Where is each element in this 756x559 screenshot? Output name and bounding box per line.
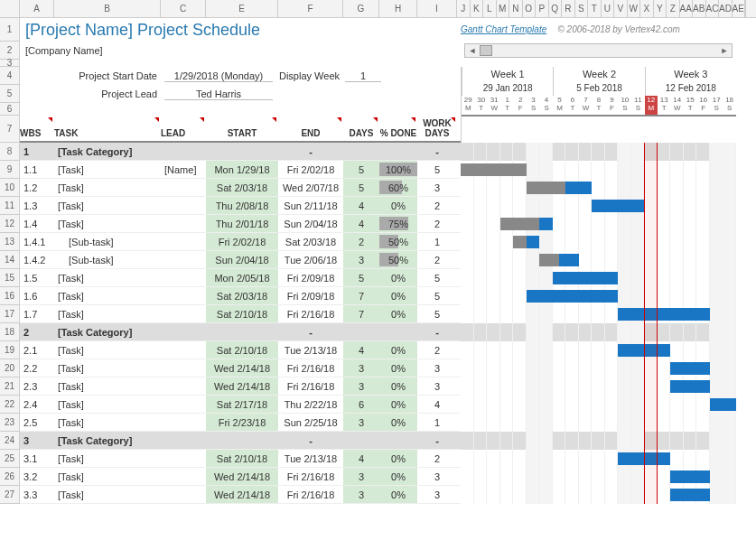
gantt-bar[interactable]	[527, 290, 619, 303]
cell-work-days[interactable]: 5	[417, 161, 457, 178]
cell-lead[interactable]	[161, 197, 206, 214]
cell-work-days[interactable]: 2	[417, 197, 457, 214]
cell-pct-done[interactable]: 0%	[379, 377, 417, 395]
cell-task[interactable]: [Task]	[54, 161, 161, 178]
cell-end[interactable]: Sun 2/04/18	[278, 215, 343, 232]
gantt-bar[interactable]	[553, 272, 619, 284]
cell-start[interactable]: Wed 2/14/18	[206, 359, 278, 377]
cell-wbs[interactable]: 1.3	[20, 197, 54, 214]
cell-task[interactable]: [Task Category]	[54, 432, 161, 449]
cell-start[interactable]: Mon 2/05/18	[206, 269, 278, 286]
cell-task[interactable]: [Task]	[54, 486, 161, 503]
cell-days[interactable]: 2	[343, 233, 379, 250]
template-link[interactable]: Gantt Chart Template	[461, 24, 546, 34]
cell-wbs[interactable]: 2.2	[20, 359, 54, 377]
cell-pct-done[interactable]: 0%	[379, 269, 417, 286]
row-header[interactable]: 9	[0, 161, 20, 179]
cell-wbs[interactable]: 3.2	[20, 468, 54, 485]
cell-days[interactable]: 3	[343, 414, 379, 431]
cell-work-days[interactable]: 3	[417, 179, 457, 196]
cell-days[interactable]: 6	[343, 396, 379, 413]
cell-days[interactable]: 7	[343, 287, 379, 304]
cell-wbs[interactable]: 1.7	[20, 305, 54, 322]
cell-lead[interactable]	[161, 450, 206, 467]
row-header[interactable]: 17	[0, 305, 20, 323]
cell-end[interactable]: Thu 2/22/18	[278, 396, 343, 413]
cell-lead[interactable]	[161, 287, 206, 304]
cell-wbs[interactable]: 1.6	[20, 287, 54, 304]
cell-work-days[interactable]: -	[417, 143, 457, 160]
cell-work-days[interactable]: 2	[417, 251, 457, 268]
cell-wbs[interactable]: 1.4.2	[20, 251, 54, 268]
cell-pct-done[interactable]	[379, 323, 417, 340]
cell-end[interactable]: Fri 2/09/18	[278, 269, 343, 286]
cell-end[interactable]: -	[278, 323, 343, 340]
cell-lead[interactable]	[161, 215, 206, 232]
col-start[interactable]: START	[206, 116, 278, 141]
cell-start[interactable]	[206, 323, 278, 340]
cell-days[interactable]: 3	[343, 251, 379, 268]
row-header[interactable]: 18	[0, 323, 20, 341]
cell-work-days[interactable]: 3	[417, 468, 457, 485]
cell-start[interactable]: Fri 2/02/18	[206, 233, 278, 250]
cell-wbs[interactable]: 1.5	[20, 269, 54, 286]
cell-work-days[interactable]: 1	[417, 414, 457, 431]
cell-wbs[interactable]: 2	[20, 323, 54, 340]
gantt-bar[interactable]	[670, 380, 710, 393]
cell-start[interactable]: Mon 1/29/18	[206, 161, 278, 178]
cell-start[interactable]: Sun 2/04/18	[206, 251, 278, 268]
cell-work-days[interactable]: 3	[417, 359, 457, 377]
row-header[interactable]: 4	[0, 67, 20, 85]
cell-days[interactable]: 3	[343, 377, 379, 395]
cell-lead[interactable]	[161, 432, 206, 449]
row-header[interactable]: 25	[0, 450, 20, 468]
cell-end[interactable]: Fri 2/16/18	[278, 486, 343, 503]
row-header[interactable]: 27	[0, 486, 20, 504]
cell-lead[interactable]	[161, 143, 206, 160]
cell-lead[interactable]: [Name]	[161, 161, 206, 178]
row-header[interactable]: 10	[0, 179, 20, 197]
cell-wbs[interactable]: 1	[20, 143, 54, 160]
cell-wbs[interactable]: 3.3	[20, 486, 54, 503]
row-header[interactable]: 23	[0, 414, 20, 432]
row-header[interactable]: 24	[0, 432, 20, 450]
cell-end[interactable]: Tue 2/13/18	[278, 450, 343, 467]
cell-lead[interactable]	[161, 468, 206, 485]
cell-days[interactable]: 3	[343, 486, 379, 503]
row-header[interactable]: 16	[0, 287, 20, 305]
cell-task[interactable]: [Task]	[54, 359, 161, 377]
cell-work-days[interactable]: 5	[417, 287, 457, 304]
cell-end[interactable]: Fri 2/16/18	[278, 359, 343, 377]
cell-pct-done[interactable]: 50%	[379, 251, 417, 268]
cell-start[interactable]: Wed 2/14/18	[206, 486, 278, 503]
cell-lead[interactable]	[161, 414, 206, 431]
cell-lead[interactable]	[161, 233, 206, 250]
row-header[interactable]: 1	[0, 18, 20, 42]
cell-end[interactable]: Sun 2/11/18	[278, 197, 343, 214]
cell-end[interactable]: Fri 2/16/18	[278, 305, 343, 322]
cell-wbs[interactable]: 1.2	[20, 179, 54, 196]
cell-days[interactable]: 7	[343, 305, 379, 322]
cell-task[interactable]: [Task]	[54, 377, 161, 395]
cell-start[interactable]: Sat 2/17/18	[206, 396, 278, 413]
cell-lead[interactable]	[161, 341, 206, 359]
cell-end[interactable]: Fri 2/16/18	[278, 377, 343, 395]
row-header[interactable]: 22	[0, 396, 20, 414]
cell-days[interactable]: 3	[343, 359, 379, 377]
row-header[interactable]: 21	[0, 377, 20, 396]
cell-task[interactable]: [Task]	[54, 287, 161, 304]
cell-lead[interactable]	[161, 305, 206, 322]
col-lead[interactable]: LEAD	[161, 116, 206, 141]
gantt-bar[interactable]	[710, 398, 736, 411]
cell-pct-done[interactable]: 0%	[379, 486, 417, 503]
row-header[interactable]: 11	[0, 197, 20, 215]
cell-end[interactable]: -	[278, 432, 343, 449]
cell-start[interactable]: Sat 2/03/18	[206, 179, 278, 196]
cell-task[interactable]: [Task]	[54, 179, 161, 196]
col-pct-done[interactable]: % DONE	[379, 116, 417, 141]
gantt-bar[interactable]	[670, 470, 710, 483]
cell-end[interactable]: Tue 2/13/18	[278, 341, 343, 359]
cell-wbs[interactable]: 1.4.1	[20, 233, 54, 250]
cell-wbs[interactable]: 2.4	[20, 396, 54, 413]
cell-wbs[interactable]: 2.5	[20, 414, 54, 431]
